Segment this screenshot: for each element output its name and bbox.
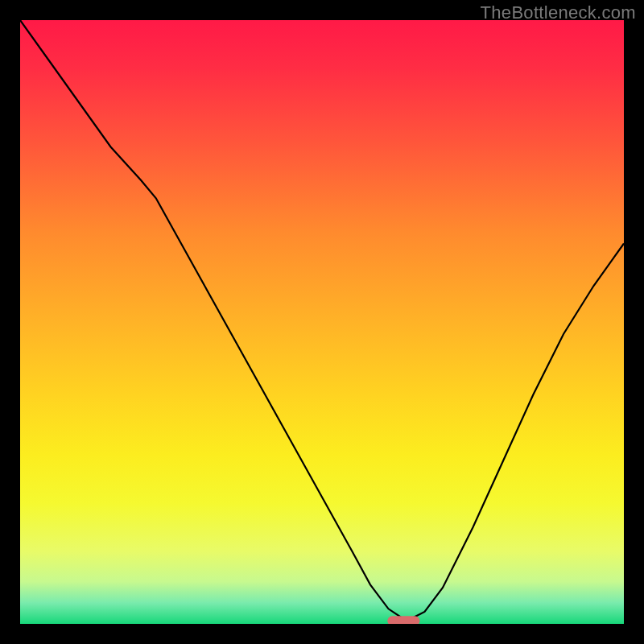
bottleneck-chart — [20, 20, 624, 624]
plot-area — [20, 20, 624, 624]
watermark-text: TheBottleneck.com — [481, 2, 636, 23]
chart-frame: TheBottleneck.com — [0, 0, 644, 644]
gradient-background — [20, 20, 624, 624]
match-point-marker — [387, 616, 419, 624]
